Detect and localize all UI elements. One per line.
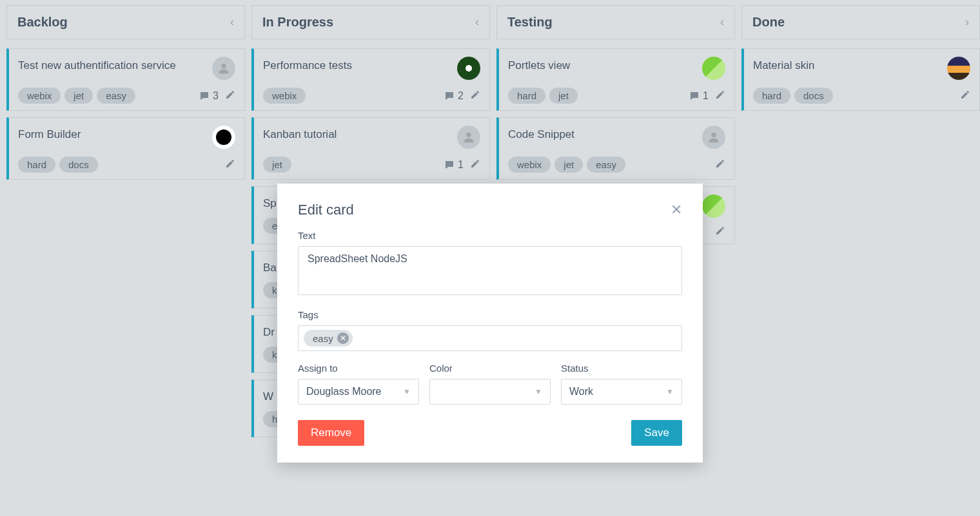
card-title: Ba — [263, 259, 277, 274]
card-title: Material skin — [753, 57, 814, 72]
kanban-card[interactable]: Material skinharddocs — [741, 48, 980, 111]
modal-title: Edit card — [298, 202, 354, 218]
kanban-card[interactable]: Performance testswebix2 — [251, 48, 490, 111]
edit-icon[interactable] — [960, 90, 970, 102]
card-title: Dr — [263, 323, 275, 339]
remove-button[interactable]: Remove — [298, 420, 364, 446]
column-title: Done — [752, 15, 785, 30]
edit-icon[interactable] — [225, 90, 235, 102]
kanban-card[interactable]: Test new authentification servicewebixje… — [6, 48, 245, 111]
text-field[interactable] — [298, 246, 682, 295]
chevron-down-icon: ▼ — [403, 387, 411, 396]
color-field-label: Color — [429, 363, 551, 374]
avatar[interactable] — [457, 57, 480, 80]
svg-point-2 — [711, 133, 716, 137]
edit-icon[interactable] — [715, 90, 725, 102]
edit-icon[interactable] — [470, 158, 480, 171]
edit-card-modal: Edit card ✕ Text Tags easy ✕ Assign to D… — [277, 184, 703, 463]
tag: webix — [508, 157, 551, 173]
column-title: Testing — [507, 15, 553, 30]
chevron-down-icon: ▼ — [666, 387, 674, 396]
close-icon[interactable]: ✕ — [671, 202, 682, 218]
column-header[interactable]: Done› — [741, 5, 980, 39]
tag: webix — [18, 88, 61, 104]
chevron-left-icon[interactable]: ‹ — [475, 15, 479, 29]
tag-remove-icon[interactable]: ✕ — [337, 332, 349, 344]
tag: easy — [97, 88, 135, 104]
assign-value: Douglass Moore — [306, 386, 382, 397]
card-title: Test new authentification service — [18, 57, 176, 72]
kanban-card[interactable]: Code Snippetwebixjeteasy — [496, 117, 735, 180]
comment-count[interactable]: 1 — [689, 90, 709, 102]
kanban-card[interactable]: Portlets viewhardjet1 — [496, 48, 735, 111]
assign-field-label: Assign to — [298, 363, 419, 374]
svg-point-0 — [221, 64, 226, 68]
card-title: Form Builder — [18, 126, 81, 141]
tag-chip-label: easy — [313, 333, 333, 344]
tag: docs — [59, 157, 98, 173]
avatar[interactable] — [947, 57, 970, 80]
status-field-label: Status — [561, 363, 682, 374]
tag: docs — [794, 88, 833, 104]
edit-icon[interactable] — [225, 158, 235, 171]
kanban-card[interactable]: Form Builderharddocs — [6, 117, 245, 180]
card-title: Sp — [263, 195, 277, 210]
column-header[interactable]: In Progress‹ — [251, 5, 490, 39]
tag: hard — [18, 157, 55, 173]
tag: webix — [263, 88, 306, 104]
tag: jet — [263, 157, 291, 173]
edit-icon[interactable] — [470, 90, 480, 102]
color-select[interactable]: ▼ — [429, 379, 551, 405]
tag: jet — [549, 88, 578, 104]
avatar[interactable] — [702, 126, 725, 149]
tag: jet — [64, 88, 93, 104]
tags-field-label: Tags — [298, 309, 682, 320]
card-title: Portlets view — [508, 57, 570, 72]
tags-field[interactable]: easy ✕ — [298, 325, 682, 351]
avatar[interactable] — [702, 195, 725, 218]
avatar[interactable] — [457, 126, 480, 149]
edit-icon[interactable] — [715, 225, 725, 238]
avatar[interactable] — [702, 57, 725, 80]
status-value: Work — [569, 386, 593, 397]
tag: hard — [508, 88, 545, 104]
svg-point-1 — [466, 133, 471, 137]
tag-chip-easy: easy ✕ — [304, 330, 353, 347]
avatar[interactable] — [212, 57, 235, 80]
tag: jet — [554, 157, 583, 173]
save-button[interactable]: Save — [631, 420, 682, 446]
text-field-label: Text — [298, 230, 682, 241]
chevron-right-icon[interactable]: › — [965, 15, 969, 29]
tag: easy — [587, 157, 625, 173]
card-title: Code Snippet — [508, 126, 574, 141]
tag: hard — [753, 88, 790, 104]
assign-select[interactable]: Douglass Moore ▼ — [298, 379, 419, 405]
comment-count[interactable]: 3 — [199, 90, 219, 102]
card-title: W — [263, 388, 273, 403]
chevron-left-icon[interactable]: ‹ — [720, 15, 724, 29]
card-title: Performance tests — [263, 57, 352, 72]
column-title: Backlog — [17, 15, 68, 30]
card-title: Kanban tutorial — [263, 126, 337, 141]
comment-count[interactable]: 2 — [444, 90, 464, 102]
kanban-card[interactable]: Kanban tutorialjet1 — [251, 117, 490, 180]
edit-icon[interactable] — [715, 158, 725, 171]
comment-count[interactable]: 1 — [444, 159, 464, 171]
avatar[interactable] — [212, 126, 235, 149]
chevron-down-icon: ▼ — [534, 387, 542, 396]
column-title: In Progress — [262, 15, 333, 30]
column-header[interactable]: Testing‹ — [496, 5, 735, 39]
column-header[interactable]: Backlog‹ — [6, 5, 245, 39]
status-select[interactable]: Work ▼ — [561, 379, 682, 405]
chevron-left-icon[interactable]: ‹ — [230, 15, 234, 29]
